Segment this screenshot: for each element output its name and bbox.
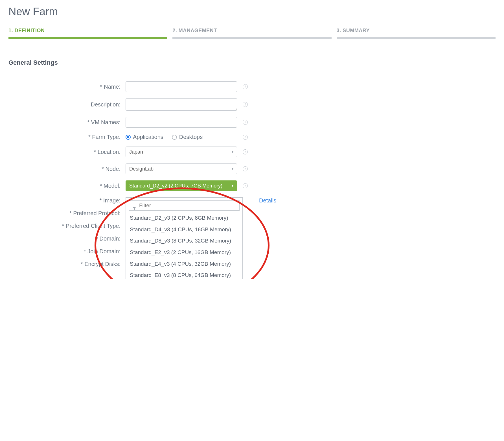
wizard-step-summary[interactable]: 3. SUMMARY (337, 28, 496, 39)
radio-label: Desktops (179, 134, 203, 140)
section-general-settings: General Settings (8, 59, 496, 70)
wizard-step-bar (172, 37, 331, 39)
model-option[interactable]: Standard_D8_v3 (8 CPUs, 32GB Memory) (126, 235, 242, 247)
chevron-down-icon: ▾ (232, 150, 233, 154)
radio-circle-icon (126, 135, 131, 140)
wizard-step-bar (337, 37, 496, 39)
wizard-step-label: 3. SUMMARY (337, 28, 496, 37)
info-icon[interactable]: i (243, 135, 248, 140)
wizard-step-bar (8, 37, 167, 39)
label-preferred-client-type: * Preferred Client Type: (8, 223, 126, 229)
label-node: * Node: (8, 166, 126, 172)
location-select[interactable]: Japan ▾ (126, 147, 237, 157)
label-domain: * Domain: (8, 235, 126, 242)
label-description: Description: (8, 101, 126, 108)
wizard-step-management[interactable]: 2. MANAGEMENT (172, 28, 331, 39)
node-select[interactable]: DesignLab ▾ (126, 163, 237, 174)
chevron-down-icon: ▾ (232, 167, 233, 171)
select-value: DesignLab (129, 166, 154, 172)
select-value: Japan (129, 149, 143, 155)
model-option[interactable]: Standard_D4_v3 (4 CPUs, 16GB Memory) (126, 224, 242, 235)
info-icon[interactable]: i (243, 84, 248, 89)
model-option[interactable]: Standard_E8_v3 (8 CPUs, 64GB Memory) (126, 270, 242, 279)
label-image: * Image: (8, 197, 126, 204)
select-value: Standard_D2_v2 (2 CPUs, 7GB Memory) (129, 183, 222, 189)
label-preferred-protocol: * Preferred Protocol: (8, 210, 126, 217)
vm-names-input[interactable] (126, 117, 237, 128)
info-icon[interactable]: i (243, 183, 248, 188)
model-dropdown[interactable]: Standard_D2_v3 (2 CPUs, 8GB Memory)Stand… (126, 197, 243, 279)
wizard-steps: 1. DEFINITION 2. MANAGEMENT 3. SUMMARY (8, 28, 496, 39)
label-name: * Name: (8, 84, 126, 90)
filter-icon (132, 206, 137, 212)
info-icon[interactable]: i (243, 120, 248, 125)
model-option[interactable]: Standard_D2_v3 (2 CPUs, 8GB Memory) (126, 212, 242, 224)
model-filter-input[interactable] (129, 200, 240, 211)
description-input[interactable] (126, 98, 237, 111)
radio-applications[interactable]: Applications (126, 134, 163, 140)
chevron-down-icon: ▾ (232, 184, 233, 188)
info-icon[interactable]: i (243, 149, 248, 154)
model-select[interactable]: Standard_D2_v2 (2 CPUs, 7GB Memory) ▾ (126, 180, 237, 191)
radio-label: Applications (133, 134, 163, 140)
label-model: * Model: (8, 183, 126, 189)
model-option[interactable]: Standard_E2_v3 (2 CPUs, 16GB Memory) (126, 247, 242, 258)
label-vm-names: * VM Names: (8, 119, 126, 126)
wizard-step-label: 2. MANAGEMENT (172, 28, 331, 37)
info-icon[interactable]: i (243, 166, 248, 171)
radio-circle-icon (172, 135, 177, 140)
wizard-step-definition[interactable]: 1. DEFINITION (8, 28, 167, 39)
details-link[interactable]: Details (259, 197, 276, 204)
info-icon[interactable]: i (243, 102, 248, 107)
radio-desktops[interactable]: Desktops (172, 134, 203, 140)
label-join-domain: * Join Domain: (8, 248, 126, 255)
label-location: * Location: (8, 149, 126, 155)
label-farm-type: * Farm Type: (8, 134, 126, 140)
label-encrypt-disks: * Encrypt Disks: (8, 261, 126, 267)
model-option[interactable]: Standard_E4_v3 (4 CPUs, 32GB Memory) (126, 258, 242, 270)
wizard-step-label: 1. DEFINITION (8, 28, 167, 37)
name-input[interactable] (126, 81, 237, 92)
page-title: New Farm (8, 6, 496, 18)
